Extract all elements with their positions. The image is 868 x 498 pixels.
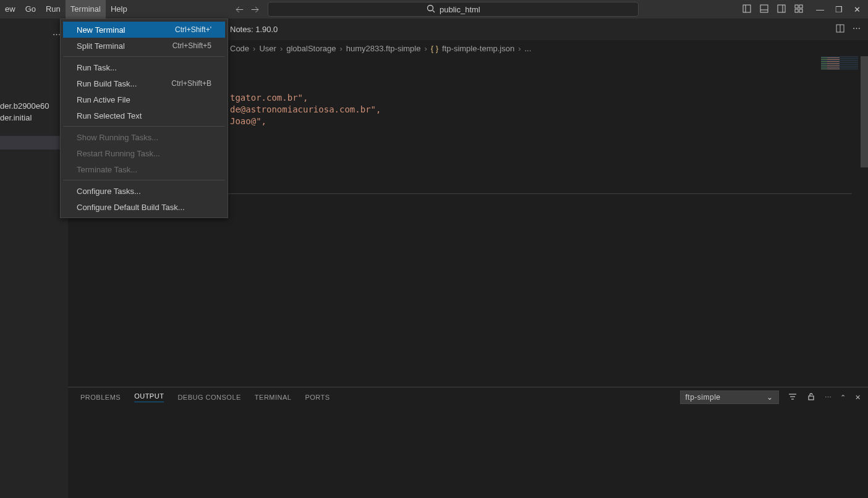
svg-rect-11	[799, 9, 802, 12]
menu-item-configure-default-build-task[interactable]: Configure Default Build Task...	[63, 199, 225, 215]
svg-rect-8	[795, 5, 798, 8]
menu-separator	[63, 126, 225, 127]
maximize-icon[interactable]: ❐	[835, 5, 843, 14]
layout-secondary-icon[interactable]	[777, 4, 786, 15]
menu-item-run-build-task[interactable]: Run Build Task...Ctrl+Shift+B	[63, 75, 225, 91]
sidebar-item[interactable]: der.initial	[0, 112, 68, 124]
menu-separator	[63, 56, 225, 57]
svg-rect-6	[778, 5, 785, 12]
menu-item-label: Terminate Task...	[77, 165, 137, 174]
menu-item-label: Show Running Tasks...	[77, 133, 158, 142]
menu-item-label: Run Build Task...	[77, 79, 137, 88]
menu-item-run-selected-text[interactable]: Run Selected Text	[63, 108, 225, 124]
split-editor-icon[interactable]	[835, 23, 845, 35]
breadcrumb-separator: ›	[253, 44, 255, 53]
menu-item-label: Split Terminal	[77, 41, 125, 51]
menu-item-label: Run Task...	[77, 63, 117, 72]
output-channel-value: ftp-simple	[686, 393, 721, 402]
menu-item-label: Run Selected Text	[77, 111, 142, 120]
menu-ew[interactable]: ew	[0, 0, 20, 19]
menu-item-run-active-file[interactable]: Run Active File	[63, 91, 225, 108]
editor-separator	[147, 193, 852, 194]
menu-item-label: Configure Tasks...	[77, 187, 141, 196]
customize-layout-icon[interactable]	[794, 4, 804, 15]
code-line: Joao@",	[230, 116, 381, 127]
breadcrumb-separator: ›	[339, 44, 342, 53]
breadcrumb-separator: ›	[424, 44, 427, 53]
panel-tab-terminal[interactable]: TERMINAL	[255, 394, 292, 401]
search-icon	[426, 4, 436, 15]
close-icon[interactable]: ✕	[854, 5, 861, 14]
lock-icon[interactable]	[806, 392, 816, 403]
menu-item-run-task[interactable]: Run Task...	[63, 59, 225, 75]
panel-tab-problems[interactable]: PROBLEMS	[80, 394, 121, 401]
menu-item-shortcut: Ctrl+Shift+'	[175, 25, 211, 34]
menu-item-shortcut: Ctrl+Shift+B	[171, 79, 211, 88]
menu-item-label: Restart Running Task...	[77, 149, 160, 158]
menu-item-show-running-tasks: Show Running Tasks...	[63, 129, 225, 145]
menu-item-label: Run Active File	[77, 95, 130, 104]
more-actions-icon[interactable]: ⋯	[853, 23, 861, 35]
menu-item-shortcut: Ctrl+Shift+5	[172, 41, 211, 50]
menu-item-label: Configure Default Build Task...	[77, 203, 185, 212]
panel-tab-debug-console[interactable]: DEBUG CONSOLE	[177, 394, 240, 401]
menu-run[interactable]: Run	[41, 0, 66, 19]
menu-item-configure-tasks[interactable]: Configure Tasks...	[63, 183, 225, 199]
layout-primary-icon[interactable]	[742, 4, 752, 15]
breadcrumb-segment[interactable]: humy2833.ftp-simple	[346, 44, 421, 53]
panel-more-icon[interactable]: ⋯	[825, 394, 832, 402]
sidebar-item-selected[interactable]	[0, 136, 68, 150]
svg-rect-10	[795, 9, 798, 12]
code-line: tgator.com.br",	[230, 92, 381, 104]
svg-line-1	[433, 11, 435, 12]
panel-tab-ports[interactable]: PORTS	[305, 394, 330, 401]
breadcrumb-segment[interactable]: ftp-simple-temp.json	[442, 44, 514, 53]
panel-maximize-icon[interactable]: ⌃	[840, 394, 846, 402]
svg-rect-2	[743, 5, 751, 12]
minimize-icon[interactable]: ―	[816, 5, 824, 14]
breadcrumb-segment[interactable]: Code	[230, 44, 249, 53]
menu-go[interactable]: Go	[20, 0, 41, 19]
svg-point-0	[427, 5, 433, 11]
svg-rect-4	[760, 5, 768, 12]
json-file-icon: { }	[431, 44, 438, 53]
breadcrumb-segment[interactable]: ...	[525, 44, 532, 53]
breadcrumb-segment[interactable]: globalStorage	[286, 44, 336, 53]
breadcrumb-segment[interactable]: User	[259, 44, 276, 53]
menu-item-label: New Terminal	[77, 25, 126, 35]
menu-item-split-terminal[interactable]: Split TerminalCtrl+Shift+5	[63, 38, 225, 54]
breadcrumb-separator: ›	[280, 44, 283, 53]
minimap[interactable]	[821, 56, 858, 70]
menu-item-terminate-task: Terminate Task...	[63, 161, 225, 177]
svg-rect-17	[809, 396, 814, 400]
code-line: de@astronomiacuriosa.com.br",	[230, 104, 381, 116]
menu-help[interactable]: Help	[106, 0, 132, 19]
layout-panel-icon[interactable]	[759, 4, 769, 15]
panel-close-icon[interactable]: ✕	[855, 394, 861, 402]
menu-item-restart-running-task: Restart Running Task...	[63, 145, 225, 161]
menu-item-new-terminal[interactable]: New TerminalCtrl+Shift+'	[63, 22, 225, 38]
terminal-menu-dropdown: New TerminalCtrl+Shift+'Split TerminalCt…	[60, 19, 228, 218]
filter-icon[interactable]	[788, 392, 798, 403]
panel-tab-output[interactable]: OUTPUT	[134, 392, 164, 402]
search-box[interactable]: public_html	[268, 2, 639, 17]
chevron-down-icon: ⌄	[767, 393, 773, 402]
nav-forward-icon[interactable]: 🡢	[251, 5, 259, 14]
menu-terminal[interactable]: Terminal	[66, 0, 106, 19]
menu-separator	[63, 180, 225, 180]
nav-back-icon[interactable]: 🡠	[236, 5, 244, 14]
search-text: public_html	[440, 5, 480, 14]
scrollbar[interactable]	[861, 56, 868, 167]
breadcrumb-separator: ›	[518, 44, 521, 53]
svg-rect-9	[799, 5, 802, 8]
sidebar-item[interactable]: der.b2900e60	[0, 100, 68, 112]
output-channel-select[interactable]: ftp-simple ⌄	[680, 390, 779, 404]
